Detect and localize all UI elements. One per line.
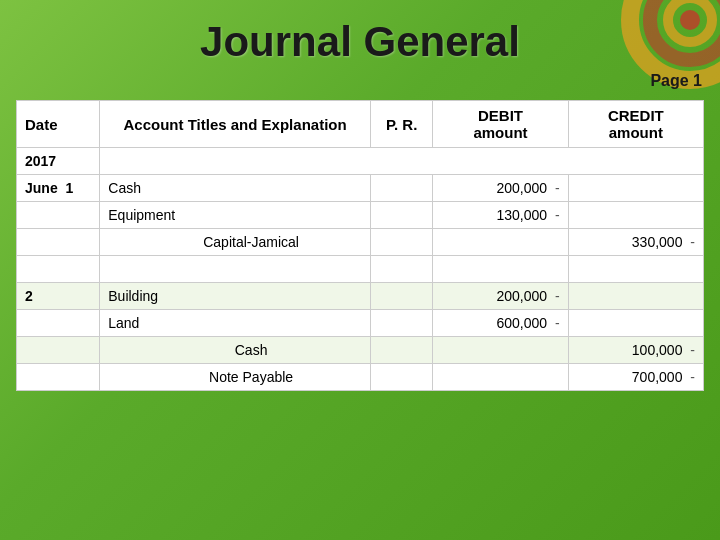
credit-cell [568,283,703,310]
credit-value: 330,000 [632,234,683,250]
credit-dash: - [686,234,695,250]
account-cell: Building [100,283,371,310]
account-cell: Cash [100,337,371,364]
account-cell: Note Payable [100,364,371,391]
pr-cell [370,337,432,364]
debit-cell [433,229,568,256]
table-row: 2 Building 200,000 - [17,283,704,310]
header-account: Account Titles and Explanation [100,101,371,148]
debit-value: 600,000 [496,315,547,331]
debit-cell [433,337,568,364]
journal-table: Date Account Titles and Explanation P. R… [16,100,704,391]
debit-label: DEBITamount [473,107,527,141]
table-row: Capital-Jamical 330,000 - [17,229,704,256]
account-cell: Equipment [100,202,371,229]
debit-cell: 200,000 - [433,175,568,202]
table-row: June 1 Cash 200,000 - [17,175,704,202]
account-cell: Capital-Jamical [100,229,371,256]
account-cell: Cash [100,175,371,202]
credit-dash: - [686,342,695,358]
header-credit: CREDITamount [568,101,703,148]
credit-cell [568,175,703,202]
debit-dash: - [551,180,560,196]
credit-dash: - [686,369,695,385]
table-row: Equipment 130,000 - [17,202,704,229]
pr-cell [370,310,432,337]
pr-cell [370,283,432,310]
page-number: Page 1 [650,72,702,90]
pr-cell [370,175,432,202]
header-debit: DEBITamount [433,101,568,148]
header-date: Date [17,101,100,148]
table-container: Date Account Titles and Explanation P. R… [16,100,704,391]
credit-cell [568,310,703,337]
debit-value: 200,000 [496,180,547,196]
table-row: 2017 [17,148,704,175]
pr-cell [370,364,432,391]
blank-row [17,256,704,283]
title-area: Journal General [0,18,720,66]
pr-cell [370,202,432,229]
debit-cell: 200,000 - [433,283,568,310]
credit-cell [568,202,703,229]
credit-cell: 100,000 - [568,337,703,364]
date-cell [17,310,100,337]
pr-cell [370,229,432,256]
credit-cell: 700,000 - [568,364,703,391]
table-row: Note Payable 700,000 - [17,364,704,391]
debit-dash: - [551,288,560,304]
date-cell [17,364,100,391]
credit-value: 100,000 [632,342,683,358]
debit-cell: 130,000 - [433,202,568,229]
account-cell: Land [100,310,371,337]
debit-cell [433,364,568,391]
debit-dash: - [551,315,560,331]
table-row: Land 600,000 - [17,310,704,337]
credit-value: 700,000 [632,369,683,385]
credit-label: CREDITamount [608,107,664,141]
table-row: Cash 100,000 - [17,337,704,364]
debit-value: 130,000 [496,207,547,223]
date-cell: June 1 [17,175,100,202]
date-cell: 2 [17,283,100,310]
debit-dash: - [551,207,560,223]
header-pr: P. R. [370,101,432,148]
year-cell: 2017 [17,148,100,175]
debit-cell: 600,000 - [433,310,568,337]
date-cell [17,229,100,256]
date-cell [17,337,100,364]
page-title: Journal General [200,18,520,65]
credit-cell: 330,000 - [568,229,703,256]
debit-value: 200,000 [496,288,547,304]
date-cell [17,202,100,229]
